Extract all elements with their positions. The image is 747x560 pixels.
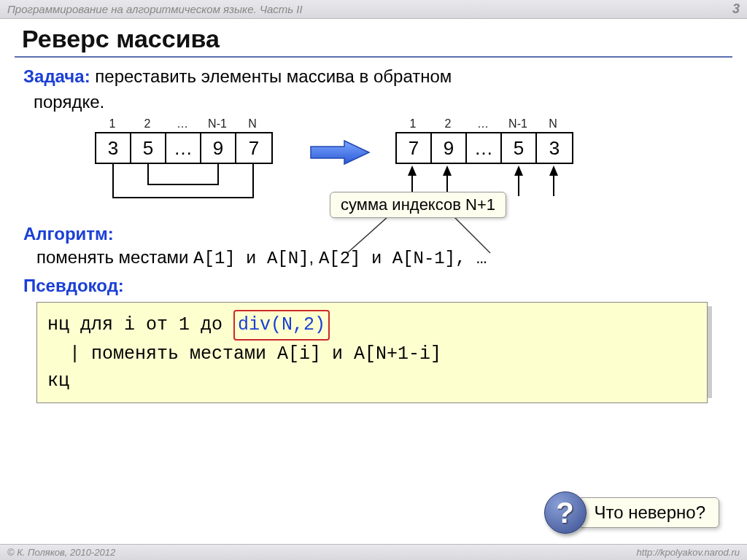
pseudocode-label: Псевдокод: xyxy=(23,276,724,296)
hint-group: ? Что неверно? xyxy=(544,491,719,534)
cell: 3 xyxy=(96,133,131,163)
cell: 9 xyxy=(432,133,467,163)
cell: 3 xyxy=(537,133,572,163)
footer-bar: © К. Поляков, 2010-2012 http://kpolyakov… xyxy=(0,544,747,560)
slide-title: Реверс массива xyxy=(0,19,747,56)
question-icon: ? xyxy=(544,491,587,534)
content-area: Задача: переставить элементы массива в о… xyxy=(0,65,747,403)
footer-left: © К. Поляков, 2010-2012 xyxy=(7,547,115,558)
page-number: 3 xyxy=(732,1,740,17)
task-line1: Задача: переставить элементы массива в о… xyxy=(23,65,724,88)
svg-line-1 xyxy=(347,217,388,253)
cell: … xyxy=(166,133,201,163)
footer-right: http://kpolyakov.narod.ru xyxy=(637,547,740,558)
algorithm-section: сумма индексов N+1 Алгоритм: поменять ме… xyxy=(23,224,724,403)
header-title: Программирование на алгоритмическом язык… xyxy=(7,3,303,15)
cell: 7 xyxy=(236,133,271,163)
cell: 7 xyxy=(397,133,432,163)
array-before: 3 5 … 9 7 xyxy=(95,132,273,164)
indices-right: 1 2 … N-1 N xyxy=(395,117,570,131)
title-rule xyxy=(15,56,732,58)
svg-line-2 xyxy=(454,217,490,253)
indices-left: 1 2 … N-1 N xyxy=(95,117,270,131)
array-after: 7 9 … 5 3 xyxy=(395,132,573,164)
cell: 5 xyxy=(502,133,537,163)
task-line2: порядке. xyxy=(34,90,724,113)
index-sum-callout: сумма индексов N+1 xyxy=(330,192,506,218)
hint-text: Что неверно? xyxy=(578,497,719,528)
div-call: div(N,2) xyxy=(233,310,330,341)
header-bar: Программирование на алгоритмическом язык… xyxy=(0,0,747,19)
cell: 5 xyxy=(131,133,166,163)
task-label: Задача: xyxy=(23,66,90,86)
code-content: нц для i от 1 до div(N,2) | поменять мес… xyxy=(36,302,708,403)
cell: … xyxy=(467,133,502,163)
callout-pointer-icon xyxy=(344,217,534,257)
code-block: нц для i от 1 до div(N,2) | поменять мес… xyxy=(36,302,724,403)
cell: 9 xyxy=(201,133,236,163)
